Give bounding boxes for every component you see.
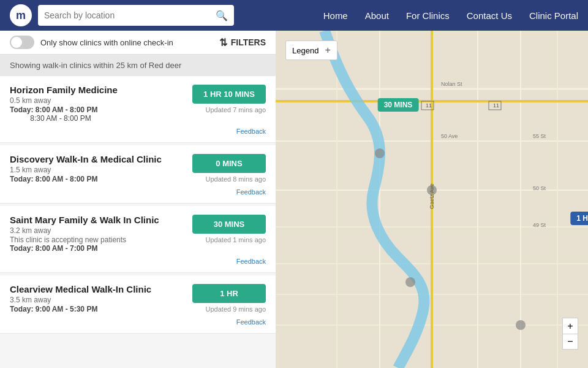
clinic-card-top: Horizon Family Medicine 0.5 km away Toda… <box>10 85 266 123</box>
clinic-list: Horizon Family Medicine 0.5 km away Toda… <box>0 76 276 368</box>
wait-badge: 0 MINS <box>192 154 266 173</box>
wait-badge: 1 HR <box>192 284 266 303</box>
clinic-card[interactable]: Discovery Walk-In & Medical Clinic 1.5 k… <box>0 145 276 204</box>
clinic-hours-bold: 8:00 AM - 8:00 PM <box>36 105 98 114</box>
wait-badge: 30 MINS <box>192 215 266 234</box>
zoom-in-button[interactable]: + <box>562 318 578 334</box>
clinic-distance: 1.5 km away <box>10 166 186 174</box>
updated-text: Updated 9 mins ago <box>206 305 266 313</box>
clinic-card[interactable]: Saint Mary Family & Walk In Clinic 3.2 k… <box>0 206 276 273</box>
wait-badge: 1 HR 10 MINS <box>192 85 266 104</box>
map-wait-badge[interactable]: 1 HR 10 MINS <box>570 212 588 225</box>
feedback-row: Feedback <box>10 313 266 329</box>
zoom-controls: + − <box>562 318 578 350</box>
clinic-info: Saint Mary Family & Walk In Clinic 3.2 k… <box>10 215 186 253</box>
svg-point-27 <box>516 320 526 330</box>
clinic-hours: Today: 8:00 AM - 8:00 PM <box>10 175 186 183</box>
wait-container: 0 MINS Updated 8 mins ago <box>186 154 266 183</box>
svg-text:50 Ave: 50 Ave <box>441 133 458 139</box>
clinic-card-top: Clearview Medical Walk-In Clinic 3.5 km … <box>10 284 266 313</box>
nav-contact-us[interactable]: Contact Us <box>467 10 512 21</box>
filter-icon: ⇅ <box>219 37 227 48</box>
clinic-hours-label: Today: <box>10 105 33 114</box>
clinic-distance: 3.5 km away <box>10 296 186 304</box>
map-svg: Nolan St 50 Ave 55 St 50 St 49 St 11 11 … <box>276 31 588 368</box>
left-panel: Only show clinics with online check-in ⇅… <box>0 31 276 368</box>
feedback-link[interactable]: Feedback <box>236 258 266 265</box>
clinic-card-top: Discovery Walk-In & Medical Clinic 1.5 k… <box>10 154 266 183</box>
search-input[interactable] <box>44 10 216 20</box>
clinic-card-top: Saint Mary Family & Walk In Clinic 3.2 k… <box>10 215 266 253</box>
clinic-extra-info: This clinic is accepting new patients <box>10 236 186 244</box>
logo-letter: m <box>16 9 26 22</box>
clinic-name: Discovery Walk-In & Medical Clinic <box>10 154 186 164</box>
search-button[interactable]: 🔍 <box>216 10 228 21</box>
logo: m <box>10 4 32 26</box>
nav-about[interactable]: About <box>365 10 389 21</box>
svg-text:11: 11 <box>426 102 432 109</box>
feedback-row: Feedback <box>10 183 266 199</box>
wait-container: 1 HR 10 MINS Updated 7 mins ago <box>186 85 266 113</box>
feedback-link[interactable]: Feedback <box>236 128 266 135</box>
header: m 🔍 Home About For Clinics Contact Us Cl… <box>0 0 588 31</box>
clinic-hours: Today: 8:00 AM - 7:00 PM <box>10 244 186 253</box>
map-wait-badge[interactable]: 30 MINS <box>378 98 419 112</box>
updated-text: Updated 7 mins ago <box>206 106 266 113</box>
nav-clinic-portal[interactable]: Clinic Portal <box>529 10 578 21</box>
clinic-hours: Today: 9:00 AM - 5:30 PM <box>10 305 186 313</box>
main-content: Only show clinics with online check-in ⇅… <box>0 31 588 368</box>
clinic-hours-label: Today: <box>10 175 33 183</box>
clinic-hours-label: Today: <box>10 305 33 313</box>
clinic-name: Horizon Family Medicine <box>10 85 186 95</box>
clinic-info: Clearview Medical Walk-In Clinic 3.5 km … <box>10 284 186 313</box>
legend-expand-button[interactable]: + <box>325 45 330 56</box>
main-nav: Home About For Clinics Contact Us Clinic… <box>323 10 578 21</box>
toggle-label: Only show clinics with online check-in <box>40 38 213 47</box>
legend-box: Legend + <box>285 40 337 60</box>
legend-label: Legend <box>292 46 318 55</box>
clinic-name: Saint Mary Family & Walk In Clinic <box>10 215 186 225</box>
clinic-name: Clearview Medical Walk-In Clinic <box>10 284 186 294</box>
clinic-hours-bold: 8:00 AM - 8:00 PM <box>36 175 98 183</box>
map-panel: Nolan St 50 Ave 55 St 50 St 49 St 11 11 … <box>276 31 588 368</box>
clinic-card[interactable]: Clearview Medical Walk-In Clinic 3.5 km … <box>0 275 276 334</box>
feedback-row: Feedback <box>10 123 266 139</box>
svg-text:Gaetz Ave: Gaetz Ave <box>429 183 435 209</box>
feedback-link[interactable]: Feedback <box>236 188 266 196</box>
svg-point-26 <box>405 277 415 287</box>
updated-text: Updated 1 mins ago <box>206 236 266 243</box>
clinic-hours2: 8:30 AM - 8:00 PM <box>10 114 186 123</box>
clinic-card[interactable]: Horizon Family Medicine 0.5 km away Toda… <box>0 76 276 143</box>
nav-for-clinics[interactable]: For Clinics <box>406 10 450 21</box>
clinic-hours: Today: 8:00 AM - 8:00 PM <box>10 105 186 114</box>
nav-home[interactable]: Home <box>323 10 348 21</box>
search-bar[interactable]: 🔍 <box>38 5 234 26</box>
svg-text:50 St: 50 St <box>533 185 546 191</box>
clinic-hours-bold: 8:00 AM - 7:00 PM <box>36 244 98 253</box>
clinic-info: Discovery Walk-In & Medical Clinic 1.5 k… <box>10 154 186 183</box>
svg-text:11: 11 <box>493 102 499 109</box>
wait-container: 1 HR Updated 9 mins ago <box>186 284 266 313</box>
feedback-row: Feedback <box>10 253 266 269</box>
online-checkin-toggle[interactable] <box>10 36 34 49</box>
svg-text:Nolan St: Nolan St <box>441 81 462 87</box>
svg-text:55 St: 55 St <box>533 133 546 139</box>
clinic-distance: 0.5 km away <box>10 96 186 105</box>
clinic-info: Horizon Family Medicine 0.5 km away Toda… <box>10 85 186 123</box>
showing-text: Showing walk-in clinics within 25 km of … <box>0 55 276 76</box>
filters-label: FILTERS <box>231 37 266 47</box>
updated-text: Updated 8 mins ago <box>206 175 266 183</box>
clinic-distance: 3.2 km away <box>10 226 186 235</box>
feedback-link[interactable]: Feedback <box>236 318 266 326</box>
zoom-out-button[interactable]: − <box>562 334 578 350</box>
clinic-hours-bold: 9:00 AM - 5:30 PM <box>36 305 98 313</box>
clinic-hours-label: Today: <box>10 244 33 253</box>
filter-bar: Only show clinics with online check-in ⇅… <box>0 31 276 55</box>
svg-text:49 St: 49 St <box>533 222 546 228</box>
svg-point-24 <box>375 148 385 158</box>
wait-container: 30 MINS Updated 1 mins ago <box>186 215 266 243</box>
filters-button[interactable]: ⇅ FILTERS <box>219 37 266 48</box>
